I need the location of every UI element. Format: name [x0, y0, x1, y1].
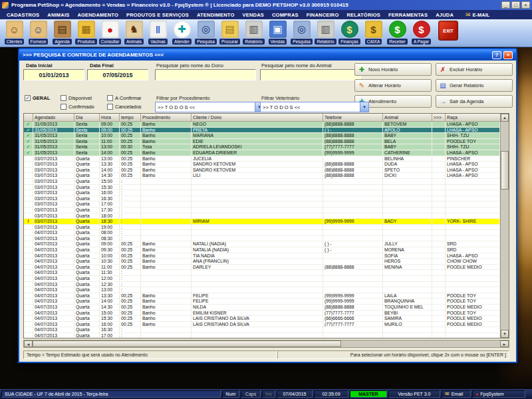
table-row[interactable]: 04/07/2013 Quarta 09:30 00:25 Banho NATA… [24, 247, 500, 253]
table-row[interactable]: 04/07/2013 Quarta 08:00 : [24, 230, 500, 236]
menu-item[interactable]: PRODUTOS E SERVIÇOS [122, 12, 193, 18]
toolbar-button[interactable]: ▤ Agenda [51, 21, 74, 45]
table-row[interactable]: 03/07/2013 Quarta 17:00 : [24, 201, 500, 207]
toolbar-button[interactable]: ▣ Vendas [266, 21, 289, 45]
minimize-button[interactable]: _ [501, 1, 510, 9]
table-row[interactable]: 03/07/2013 Quarta 18:00 : [24, 213, 500, 219]
column-header-marker[interactable]: >>> [432, 114, 446, 122]
table-row[interactable]: 04/07/2013 Quarta 10:30 00:25 Banho ANA … [24, 259, 500, 265]
table-row[interactable]: 04/07/2013 Quarta 11:00 00:25 Banho DARL… [24, 265, 500, 271]
table-row[interactable]: 04/07/2013 Quarta 12:30 : [24, 282, 500, 288]
table-row[interactable]: 04/07/2013 Quarta 13:30 00:25 Banho FELI… [24, 293, 500, 299]
checkbox-cancelados[interactable]: Cancelados [107, 104, 142, 110]
veterinario-dropdown[interactable]: >> T O D O S << ▼ [260, 102, 369, 112]
toolbar-button[interactable]: ♞ Animais [122, 21, 146, 45]
toolbar-button[interactable]: $ Finanças [338, 21, 361, 45]
action-button[interactable]: → Sair da Agenda [436, 95, 513, 108]
table-row[interactable]: 03/07/2013 Quarta 14:30 00:25 Banho LILI… [24, 173, 500, 179]
horizontal-scroll-thumb[interactable] [33, 340, 341, 347]
toolbar-button[interactable]: ◎ Pesquisa [194, 21, 217, 45]
status-email[interactable]: ✉ Email [442, 390, 471, 398]
column-header-status[interactable] [24, 114, 33, 122]
toolbar-button[interactable]: $ CAIXA [362, 21, 385, 45]
toolbar-button[interactable]: ☺ Fornece [27, 21, 50, 45]
table-row[interactable]: ! 03/07/2013 Quarta 18:30 : MIRIAM (99)9… [24, 219, 500, 225]
scroll-up-icon[interactable]: ▲ [501, 114, 509, 122]
column-header-tempo[interactable]: tempo [120, 114, 141, 122]
help-button[interactable]: ? [492, 51, 501, 59]
table-row[interactable]: 04/07/2013 Quarta 15:00 00:25 Banho EMIL… [24, 311, 500, 317]
scroll-right-icon[interactable]: ► [500, 340, 509, 347]
action-button[interactable]: ✎ Alterar Horário [354, 79, 432, 92]
procedimento-dropdown[interactable]: >> T O D O S << ▼ [155, 102, 264, 112]
table-row[interactable]: ✓ 31/05/2013 Sexta 09:00 00:25 Banho PRE… [24, 128, 500, 134]
menu-item[interactable]: ANIMAIS [43, 12, 73, 18]
animal-search-input[interactable] [260, 69, 361, 80]
table-row[interactable]: 04/07/2013 Quarta 08:30 : [24, 236, 500, 242]
exit-icon[interactable]: EXIT [438, 21, 458, 41]
toolbar-button[interactable]: ▥ Relatório [314, 21, 337, 45]
table-row[interactable]: 04/07/2013 Quarta 16:30 : [24, 327, 500, 333]
table-row[interactable]: ✓ 31/05/2013 Sexta 10:00 00:25 Banho MAR… [24, 133, 500, 139]
toolbar-button[interactable]: ◎ Pesquisa [290, 21, 313, 45]
table-row[interactable]: ✓ 31/05/2013 Sexta 13:00 00:30 Tosa ADRI… [24, 144, 500, 150]
menu-item[interactable]: AJUDA [432, 12, 458, 18]
toolbar-button[interactable]: $ A Pagar [410, 21, 433, 45]
table-row[interactable]: 03/07/2013 Quarta 15:30 : [24, 185, 500, 191]
toolbar-button[interactable]: $ Receber [386, 21, 409, 45]
vertical-scroll-thumb[interactable] [501, 151, 509, 190]
table-row[interactable]: 03/07/2013 Quarta 17:30 : [24, 207, 500, 213]
table-row[interactable]: 04/07/2013 Quarta 14:30 00:25 Banho NILD… [24, 305, 500, 311]
horizontal-scrollbar[interactable]: ◄ ► [23, 340, 509, 348]
menu-item[interactable]: VENDAS [239, 12, 268, 18]
dialog-close-button[interactable]: × [503, 51, 513, 59]
table-row[interactable]: 03/07/2013 Quarta 15:00 : [24, 179, 500, 185]
data-inicial-field[interactable] [23, 69, 84, 80]
table-row[interactable]: ✓ 31/05/2013 Sexta 14:00 00:25 Banho EDU… [24, 150, 500, 156]
table-row[interactable]: 04/07/2013 Quarta 15:30 00:25 Banho LAIS… [24, 316, 500, 322]
column-header-procedimento[interactable]: Procedimento [141, 114, 192, 122]
checkbox-geral[interactable]: ✓ GERAL [25, 95, 50, 101]
toolbar-button[interactable]: ▤ Procurar [218, 21, 241, 45]
chevron-down-icon[interactable]: ▼ [360, 102, 368, 112]
table-row[interactable]: 04/07/2013 Quarta 10:00 00:25 Banho TIA … [24, 253, 500, 259]
toolbar-button[interactable]: ▥ Relatório [242, 21, 265, 45]
menu-item[interactable]: CADASTROS [3, 12, 43, 18]
column-header-telefone[interactable]: Telefone [323, 114, 383, 122]
toolbar-button[interactable]: ‖ Vacinas [146, 21, 170, 45]
menu-item[interactable]: AGENDAMENTO [73, 12, 122, 18]
toolbar-button[interactable]: ▦ Produtos [74, 21, 98, 45]
action-button[interactable]: ✗ Excluir Horário [436, 63, 513, 76]
table-row[interactable]: 04/07/2013 Quarta 14:00 00:25 Banho FELI… [24, 299, 500, 305]
checkbox-disponivel[interactable]: Disponível [61, 95, 92, 101]
toolbar-button[interactable]: ● Consultar [98, 21, 122, 45]
table-row[interactable]: 03/07/2013 Quarta 13:00 00:25 Banho JUCE… [24, 156, 500, 162]
table-row[interactable]: 04/07/2013 Quarta 13:00 : [24, 287, 500, 293]
column-header-hora[interactable]: Hora [100, 114, 120, 122]
checkbox-confirmado[interactable]: Confirmado [61, 104, 94, 110]
menu-email[interactable]: ✉ E-MAIL [466, 11, 489, 18]
checkbox-a-confirmar[interactable]: A Confirmar [107, 95, 142, 101]
horizontal-scroll-track[interactable] [33, 340, 500, 347]
close-button[interactable]: × [521, 1, 530, 9]
table-row[interactable]: 04/07/2013 Quarta 16:00 00:25 Banho LAIS… [24, 322, 500, 328]
menu-item[interactable]: ATENDIMENTO [193, 12, 239, 18]
data-final-field[interactable] [87, 69, 148, 80]
table-row[interactable]: 04/07/2013 Quarta 11:30 : [24, 270, 500, 276]
table-row[interactable]: ✓ 31/05/2013 Sexta 11:00 00:25 Banho EDI… [24, 139, 500, 145]
menu-item[interactable]: FERRAMENTAS [384, 12, 432, 18]
menu-item[interactable]: FINANCEIRO [303, 12, 343, 18]
table-row[interactable]: 03/07/2013 Quarta 13:30 00:25 Banho SAND… [24, 162, 500, 168]
table-row[interactable]: 04/07/2013 Quarta 09:00 00:25 Banho NATA… [24, 241, 500, 247]
table-row[interactable]: 03/07/2013 Quarta 14:00 00:25 Banho SAND… [24, 168, 500, 174]
column-header-dia[interactable]: Dia [74, 114, 100, 122]
column-header-cliente[interactable]: Cliente / Dono [192, 114, 323, 122]
menu-item[interactable]: COMPRAS [268, 12, 303, 18]
table-row[interactable]: 03/07/2013 Quarta 19:00 : [24, 225, 500, 231]
action-button[interactable]: ✚ Novo Horário [354, 63, 432, 76]
toolbar-button[interactable]: ✚ Atender [170, 21, 194, 45]
table-row[interactable]: 04/07/2013 Quarta 12:00 : [24, 276, 500, 282]
menu-item[interactable]: RELATÓRIOS [342, 12, 384, 18]
vertical-scroll-track[interactable] [501, 122, 509, 330]
scroll-down-icon[interactable]: ▼ [501, 330, 509, 338]
